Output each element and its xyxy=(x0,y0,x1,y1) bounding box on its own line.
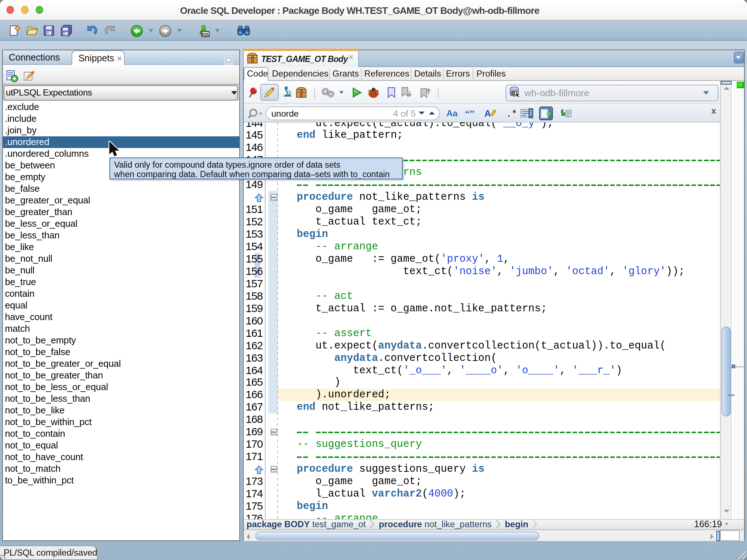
svg-text:“”: “” xyxy=(465,109,475,118)
svg-text:A: A xyxy=(484,108,491,118)
svg-text:SQL: SQL xyxy=(202,32,210,36)
svg-text:.*: .* xyxy=(506,108,516,118)
svg-text:Aa: Aa xyxy=(446,108,458,118)
